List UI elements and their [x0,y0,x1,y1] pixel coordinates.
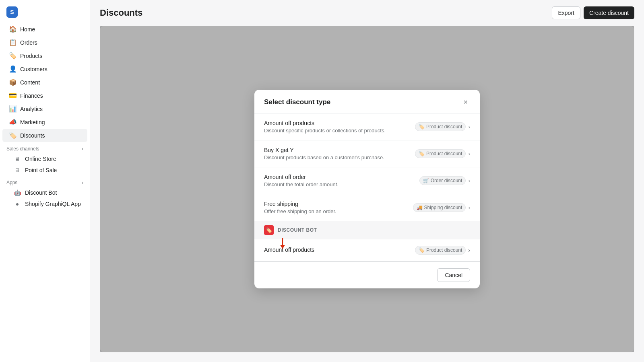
sidebar-item-discounts[interactable]: 🏷️ Discounts [2,129,87,142]
option-desc: Discount products based on a customer's … [264,154,415,160]
orders-icon: 📋 [9,39,16,46]
order-discount-badge: 🛒 Order discount [419,176,466,185]
products-icon: 🏷️ [9,52,16,60]
chevron-right-icon: › [468,247,470,253]
option-desc: Offer free shipping on an order. [264,208,413,214]
sidebar-sub-label: Online Store [25,156,56,162]
graphiql-icon: ● [14,201,21,207]
sidebar-item-label: Home [20,26,35,33]
page-header: Discounts Export Create discount [90,0,644,26]
page-title: Discounts [100,8,142,18]
select-discount-modal: Select discount type × Amount off produc… [254,90,480,288]
discount-option-bot-amount-off[interactable]: Amount off products 🏷️ Product discount … [254,239,480,261]
tag-icon: 🏷️ [419,151,425,156]
marketing-icon: 📣 [9,118,16,126]
discount-option-free-shipping[interactable]: Free shipping Offer free shipping on an … [254,194,480,221]
sidebar-item-discount-bot[interactable]: 🤖 Discount Bot [2,187,87,198]
sidebar-item-point-of-sale[interactable]: 🖥 Point of Sale [2,165,87,176]
export-button[interactable]: Export [552,6,580,19]
modal-body: Amount off products Discount specific pr… [254,113,480,261]
tag-icon: 🏷️ [419,124,425,130]
modal-footer: Cancel [254,261,480,288]
sales-channels-section: Sales channels › [0,142,90,153]
sidebar-sub-label: Discount Bot [25,189,57,196]
shipping-discount-badge: 🚚 Shipping discount [413,203,466,212]
product-discount-badge-1: 🏷️ Product discount [415,122,466,131]
chevron-right-icon: › [468,177,470,184]
discount-bot-icon: 🤖 [14,189,21,196]
discount-option-amount-off-products[interactable]: Amount off products Discount specific pr… [254,113,480,140]
option-title: Amount off products [264,247,415,253]
sidebar-item-label: Discounts [20,132,45,139]
sidebar-item-products[interactable]: 🏷️ Products [2,49,87,62]
content-area: % [100,26,634,352]
sidebar-item-label: Products [20,53,42,59]
option-title: Amount off order [264,174,419,180]
finances-icon: 💳 [9,92,16,99]
chevron-right-icon: › [468,123,470,130]
cancel-button[interactable]: Cancel [437,268,470,282]
customers-icon: 👤 [9,65,16,73]
content-icon: 📦 [9,78,16,86]
sidebar-item-marketing[interactable]: 📣 Marketing [2,115,87,129]
apps-section: Apps › [0,176,90,187]
arrow-indicator [279,238,287,251]
sidebar-item-label: Content [20,79,40,86]
sidebar-item-content[interactable]: 📦 Content [2,76,87,89]
product-discount-badge-2: 🏷️ Product discount [415,149,466,158]
pos-icon: 🖥 [14,167,21,173]
sidebar-sub-label: Point of Sale [25,167,57,173]
bot-option-wrapper: Amount off products 🏷️ Product discount … [254,239,480,261]
analytics-icon: 📊 [9,105,16,113]
chevron-right-icon: › [468,150,470,157]
online-store-icon: 🖥 [14,156,21,162]
discount-option-amount-off-order[interactable]: Amount off order Discount the total orde… [254,167,480,194]
modal-title: Select discount type [264,98,330,106]
sidebar-item-analytics[interactable]: 📊 Analytics [2,102,87,115]
discount-bot-label: DISCOUNT BOT [278,227,317,233]
sidebar-item-finances[interactable]: 💳 Finances [2,89,87,102]
sidebar: S 🏠 Home 📋 Orders 🏷️ Products 👤 Customer… [0,0,90,362]
svg-marker-13 [280,245,285,249]
sidebar-item-home[interactable]: 🏠 Home [2,23,87,36]
discount-option-buy-x-get-y[interactable]: Buy X get Y Discount products based on a… [254,140,480,167]
tag-icon: 🏷️ [419,247,425,253]
home-icon: 🏠 [9,25,16,33]
option-desc: Discount specific products or collection… [264,128,415,134]
main-content: Discounts Export Create discount % [90,0,644,362]
option-title: Free shipping [264,201,413,207]
bot-product-discount-badge: 🏷️ Product discount [415,246,466,255]
sidebar-item-customers[interactable]: 👤 Customers [2,62,87,76]
sidebar-item-graphiql[interactable]: ● Shopify GraphiQL App [2,198,87,210]
sidebar-item-label: Analytics [20,106,43,112]
option-title: Amount off products [264,120,415,126]
sidebar-item-label: Orders [20,39,37,46]
sidebar-item-online-store[interactable]: 🖥 Online Store [2,153,87,165]
shipping-icon: 🚚 [417,205,423,210]
modal-header: Select discount type × [254,90,480,113]
modal-close-button[interactable]: × [461,98,470,107]
sidebar-item-label: Finances [20,93,43,99]
sidebar-item-label: Customers [20,66,47,72]
option-title: Buy X get Y [264,147,415,153]
discount-bot-section-icon: 🏷️ [264,225,274,235]
sidebar-sub-label: Shopify GraphiQL App [25,201,81,207]
order-icon: 🛒 [423,178,429,183]
sidebar-logo: S [0,3,90,23]
header-actions: Export Create discount [552,6,634,19]
discount-bot-section-header: 🏷️ DISCOUNT BOT [254,221,480,239]
discounts-icon: 🏷️ [9,132,16,139]
sidebar-item-label: Marketing [20,119,45,125]
apps-expand-icon[interactable]: › [82,180,83,185]
option-desc: Discount the total order amount. [264,181,419,187]
brand-logo: S [6,6,18,18]
create-discount-button[interactable]: Create discount [584,6,634,19]
sidebar-item-orders[interactable]: 📋 Orders [2,36,87,49]
modal-overlay: Select discount type × Amount off produc… [100,26,634,352]
expand-icon[interactable]: › [82,146,83,152]
chevron-right-icon: › [468,204,470,211]
